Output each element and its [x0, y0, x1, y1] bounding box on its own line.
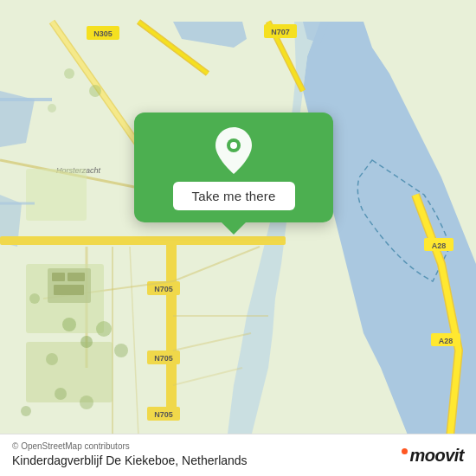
svg-text:A28: A28: [439, 337, 453, 345]
svg-point-47: [55, 388, 67, 400]
svg-point-49: [21, 406, 31, 416]
svg-rect-8: [0, 236, 286, 245]
svg-text:N305: N305: [93, 29, 113, 38]
svg-text:N705: N705: [154, 285, 173, 293]
svg-point-51: [89, 85, 101, 97]
attribution-text: © OpenStreetMap contributors: [12, 441, 130, 451]
location-pin-icon: [211, 125, 256, 176]
svg-point-56: [230, 142, 237, 149]
popup-card: Take me there: [134, 113, 333, 222]
svg-rect-36: [26, 169, 87, 221]
location-icon-wrapper: [211, 128, 256, 173]
svg-point-44: [46, 353, 58, 365]
moovit-logo-text: moovit: [409, 446, 464, 466]
svg-point-45: [114, 344, 128, 357]
map-background: N705 N705 N705 N305 N707 A28 A28 Horster…: [0, 0, 476, 476]
footer-title: Kinderdagverblijf De Kiekeboe, Netherlan…: [12, 453, 464, 467]
svg-rect-35: [26, 342, 113, 402]
svg-rect-40: [54, 285, 84, 295]
svg-text:N705: N705: [154, 354, 173, 363]
take-me-there-button[interactable]: Take me there: [173, 182, 295, 210]
svg-rect-38: [52, 273, 65, 281]
moovit-dot-icon: [402, 448, 408, 454]
footer-attribution: © OpenStreetMap contributors: [12, 441, 464, 451]
svg-text:N707: N707: [271, 28, 290, 36]
svg-point-43: [96, 321, 112, 337]
svg-rect-39: [68, 273, 85, 281]
map-container: N705 N705 N705 N305 N707 A28 A28 Horster…: [0, 0, 476, 476]
svg-point-48: [80, 396, 93, 409]
moovit-logo: moovit: [402, 446, 464, 466]
svg-point-52: [48, 104, 56, 113]
footer-bar: © OpenStreetMap contributors Kinderdagve…: [0, 434, 476, 476]
svg-text:A28: A28: [432, 241, 447, 250]
svg-point-46: [29, 293, 40, 304]
svg-point-41: [62, 318, 76, 331]
svg-point-42: [80, 336, 93, 348]
svg-text:N705: N705: [154, 410, 173, 419]
svg-point-50: [64, 68, 74, 79]
